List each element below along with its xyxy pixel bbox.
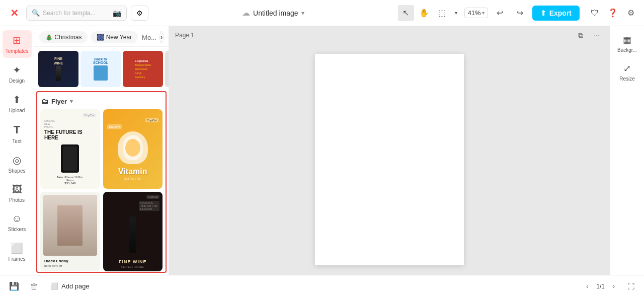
blackfriday-label: Black Friday bbox=[43, 258, 97, 264]
templates-icon: ⊞ bbox=[13, 34, 21, 46]
hand-tool-button[interactable]: ✋ bbox=[416, 5, 432, 21]
sidebar-item-more[interactable]: ··· bbox=[3, 268, 32, 275]
sidebar-item-shapes[interactable]: ◎ Shapes bbox=[3, 150, 32, 178]
sidebar-item-stickers[interactable]: ☺ Stickers bbox=[3, 209, 32, 236]
tag-more-label[interactable]: Mo... bbox=[142, 34, 156, 41]
sidebar-item-label-frames: Frames bbox=[9, 256, 26, 262]
add-page-button[interactable]: ⬜ Add page bbox=[46, 280, 94, 292]
flyer-card-vitamin[interactable]: CupCut ENJOY! Vitamin (123-456-7789) bbox=[103, 109, 163, 189]
sidebar-item-frames[interactable]: ⬜ Frames bbox=[3, 238, 32, 266]
flyer-chevron-icon: ▾ bbox=[70, 98, 73, 105]
help-icon-button[interactable]: ❓ bbox=[606, 6, 620, 20]
document-title: ☁ Untitled image ▾ bbox=[242, 8, 304, 18]
design-icon: ✦ bbox=[13, 64, 21, 76]
sidebar-item-label-shapes: Shapes bbox=[9, 168, 26, 174]
export-label: Export bbox=[549, 9, 572, 17]
page-label: Page 1 bbox=[175, 32, 194, 39]
sidebar-item-label-photos: Photos bbox=[9, 197, 25, 203]
right-panel-resize[interactable]: ⤢ Resize bbox=[613, 59, 641, 86]
export-button[interactable]: ⬆ Export bbox=[532, 6, 580, 21]
tag-christmas-button[interactable]: 🎄 Christmas bbox=[39, 31, 88, 43]
zoom-control[interactable]: 41% ▾ bbox=[464, 8, 488, 18]
filter-button[interactable]: ⚙ bbox=[131, 6, 148, 21]
future-choose-tag: CHOOSENEWPHONE bbox=[44, 119, 96, 128]
select-tool-button[interactable]: ↖ bbox=[398, 5, 414, 21]
right-panel-background[interactable]: ▦ Backgr... bbox=[613, 30, 641, 57]
sidebar-item-upload[interactable]: ⬆ Upload bbox=[3, 90, 32, 117]
vitamin-jar bbox=[118, 131, 148, 164]
flyer-grid: CupCut CHOOSENEWPHONE THE FUTURE IS HERE… bbox=[40, 109, 163, 271]
tag-nav-button[interactable]: › bbox=[159, 31, 164, 43]
search-icon: 🔍 bbox=[32, 9, 40, 17]
title-chevron-icon: ▾ bbox=[301, 10, 304, 17]
add-page-icon: ⬜ bbox=[50, 282, 58, 290]
canvas-toolbar: Page 1 ⧉ ··· bbox=[169, 26, 610, 44]
flyer-card-blackfriday[interactable]: Black Friday up to 50% off bbox=[40, 192, 100, 271]
flyer-card-future[interactable]: CupCut CHOOSENEWPHONE THE FUTURE IS HERE… bbox=[40, 109, 100, 189]
sidebar-item-photos[interactable]: 🖼 Photos bbox=[3, 180, 32, 207]
sidebar-item-design[interactable]: ✦ Design bbox=[3, 60, 32, 88]
wine-badge: CupCut bbox=[146, 195, 159, 199]
thumbnails-row: FINE WINE Back toSCHOOL Logistika Transp… bbox=[34, 47, 169, 89]
flyer-header: 🗂 Flyer ▾ bbox=[40, 95, 163, 109]
thumbnail-school[interactable]: Back toSCHOOL bbox=[80, 51, 121, 87]
tag-newyear-button[interactable]: 🎆 New Year bbox=[91, 31, 138, 43]
zoom-value: 41% bbox=[468, 9, 481, 17]
canvas-actions: ⧉ ··· bbox=[574, 28, 604, 42]
thumbnail-4[interactable] bbox=[165, 51, 169, 87]
cloud-icon: ☁ bbox=[242, 8, 250, 18]
page-next-button[interactable]: › bbox=[608, 280, 620, 292]
sidebar-item-label-stickers: Stickers bbox=[8, 227, 26, 232]
sidebar-item-label-upload: Upload bbox=[9, 108, 25, 113]
photos-icon: 🖼 bbox=[12, 184, 22, 195]
topbar: ✕ 🔍 Search for templa... 📷 ⚙ ☁ Untitled … bbox=[0, 0, 644, 26]
upload-icon: ⬆ bbox=[13, 94, 21, 106]
sidebar-item-label-text: Text bbox=[12, 138, 21, 144]
canvas-copy-button[interactable]: ⧉ bbox=[574, 28, 588, 42]
flyer-header-label: Flyer bbox=[51, 98, 67, 105]
thumbnail-logistics[interactable]: Logistika Transportation Warehouse Cargo… bbox=[123, 51, 163, 87]
right-panel-background-label: Backgr... bbox=[617, 47, 637, 53]
frame-tool-button[interactable]: ⬚ bbox=[434, 5, 450, 21]
fullscreen-button[interactable]: ⛶ bbox=[624, 279, 638, 293]
page-counter: 1/1 bbox=[596, 283, 605, 290]
settings-icon-button[interactable]: ⚙ bbox=[624, 6, 638, 20]
blackfriday-photo bbox=[43, 195, 97, 256]
search-placeholder: Search for templa... bbox=[43, 10, 96, 17]
sidebar-item-label-templates: Templates bbox=[6, 48, 29, 54]
future-price: New iPhone 16 ProFrom$S1,649 bbox=[44, 176, 96, 185]
bottom-save-button[interactable]: 💾 bbox=[6, 278, 22, 294]
future-badge: CupCut bbox=[83, 113, 96, 117]
shield-icon-button[interactable]: 🛡 bbox=[588, 6, 602, 20]
sidebar-item-label-design: Design bbox=[9, 78, 25, 84]
frame-chevron-button[interactable]: ▾ bbox=[452, 5, 460, 21]
topbar-center: ☁ Untitled image ▾ bbox=[152, 8, 394, 18]
topbar-right-icons: 🛡 ❓ ⚙ bbox=[588, 6, 638, 20]
canvas-page bbox=[315, 54, 464, 265]
undo-button[interactable]: ↩ bbox=[492, 5, 508, 21]
sidebar-item-templates[interactable]: ⊞ Templates bbox=[3, 30, 32, 58]
zoom-chevron-icon: ▾ bbox=[482, 10, 485, 16]
page-prev-button[interactable]: ‹ bbox=[581, 280, 593, 292]
panel-tags: 🎄 Christmas 🎆 New Year Mo... › bbox=[34, 26, 169, 47]
thumbnail-wine[interactable]: FINE WINE bbox=[38, 51, 78, 87]
bottom-bar: 💾 🗑 ⬜ Add page ‹ 1/1 › ⛶ bbox=[0, 275, 644, 297]
background-icon: ▦ bbox=[623, 34, 631, 45]
redo-button[interactable]: ↪ bbox=[512, 5, 528, 21]
canvas-more-button[interactable]: ··· bbox=[590, 28, 604, 42]
shapes-icon: ◎ bbox=[13, 154, 21, 166]
toolbar-tools: ↖ ✋ ⬚ ▾ bbox=[398, 5, 460, 21]
bottom-delete-button[interactable]: 🗑 bbox=[26, 278, 42, 294]
sidebar-item-text[interactable]: T Text bbox=[3, 119, 32, 148]
add-page-label: Add page bbox=[61, 282, 90, 290]
vitamin-badge: CupCut bbox=[145, 118, 158, 122]
page-nav: ‹ 1/1 › bbox=[581, 280, 620, 292]
title-text: Untitled image bbox=[253, 9, 298, 17]
right-panel-resize-label: Resize bbox=[619, 76, 635, 82]
flyer-card-wine[interactable]: CupCut UNLOCKTHE ART OFFLAVOR FINE WINE … bbox=[103, 192, 163, 271]
templates-panel: 🎄 Christmas 🎆 New Year Mo... › FINE WINE… bbox=[34, 26, 169, 275]
search-box[interactable]: 🔍 Search for templa... 📷 bbox=[26, 6, 127, 21]
canvas-container[interactable] bbox=[169, 44, 610, 275]
wine-title: FINE WINE bbox=[119, 259, 147, 264]
sidebar-more: ··· ▾ bbox=[3, 268, 32, 275]
